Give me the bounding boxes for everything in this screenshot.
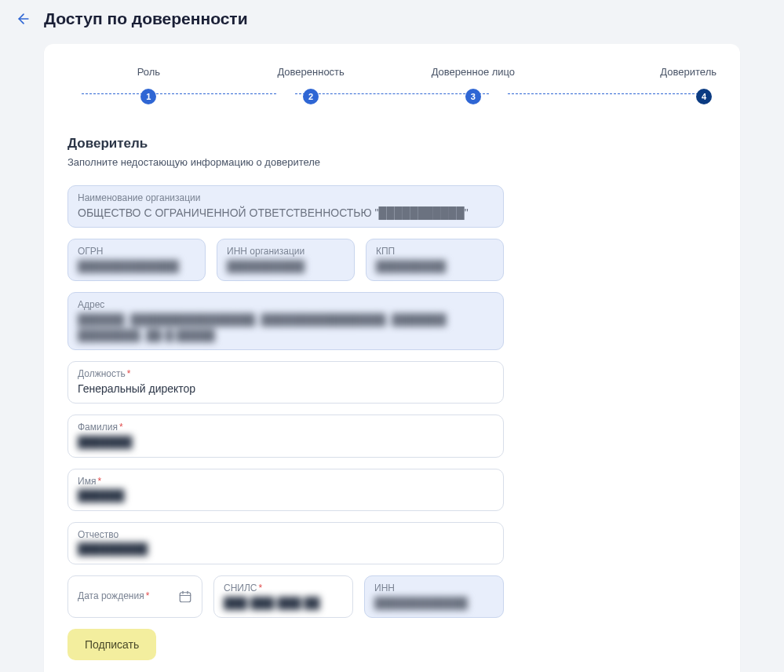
step-number-icon: 4 [696, 89, 712, 104]
dob-field[interactable]: Дата рождения* [67, 575, 202, 618]
required-mark: * [127, 368, 131, 379]
step-label: Доверенность [277, 66, 344, 78]
stepper: Роль 1 Доверенность 2 Доверенное лицо 3 … [67, 66, 717, 104]
svg-rect-1 [180, 593, 191, 602]
field-label: Должность* [78, 368, 494, 381]
kpp-field: КПП █████████ [366, 239, 504, 281]
field-value: ███████ [78, 435, 494, 451]
back-arrow-icon[interactable] [16, 11, 31, 27]
field-label: Имя* [78, 476, 494, 488]
section-subtitle: Заполните недостающую информацию о довер… [67, 156, 717, 168]
patronymic-field[interactable]: Отчество █████████ [67, 522, 504, 564]
field-label: Фамилия* [78, 422, 494, 434]
submit-button[interactable]: Подписать [67, 629, 156, 660]
field-value: ██████████ [227, 259, 345, 275]
inn-field: ИНН ████████████ [364, 575, 504, 618]
field-label: Дата рождения* [78, 590, 149, 603]
step-label: Доверенное лицо [432, 66, 515, 78]
field-value: ██████, ████████████████, ██████████████… [78, 312, 494, 343]
field-label: КПП [376, 246, 494, 258]
section-title: Доверитель [67, 136, 717, 152]
field-label: ОГРН [78, 246, 195, 258]
field-value: ██████ [78, 488, 494, 504]
field-label: Адрес [78, 299, 494, 312]
field-value: ОБЩЕСТВО С ОГРАНИЧЕННОЙ ОТВЕТСТВЕННОСТЬЮ… [78, 206, 494, 221]
step-role[interactable]: Роль 1 [67, 66, 230, 104]
field-value: █████████████ [78, 259, 195, 275]
field-label: ИНН [374, 583, 494, 595]
position-field[interactable]: Должность* Генеральный директор [67, 361, 504, 404]
step-number-icon: 2 [303, 89, 319, 104]
step-label: Доверитель [660, 66, 717, 78]
button-row: Подписать [67, 629, 504, 660]
snils-field[interactable]: СНИЛС* ███-███-███ ██ [213, 575, 353, 618]
step-power[interactable]: Доверенность 2 [230, 66, 392, 104]
field-value: ███-███-███ ██ [224, 596, 343, 612]
page-title: Доступ по доверенности [44, 9, 248, 28]
field-value: ████████████ [374, 596, 494, 612]
step-grantor[interactable]: Доверитель 4 [554, 66, 717, 104]
required-mark: * [259, 583, 263, 593]
lastname-field[interactable]: Фамилия* ███████ [67, 415, 504, 457]
step-trusted-person[interactable]: Доверенное лицо 3 [392, 66, 555, 104]
ogrn-field: ОГРН █████████████ [67, 239, 206, 281]
step-number-icon: 3 [465, 89, 481, 104]
field-label: СНИЛС* [224, 583, 343, 595]
field-value: Генеральный директор [78, 382, 494, 397]
field-value: █████████ [376, 259, 494, 275]
field-label: Отчество [78, 529, 494, 542]
field-label: Наименование организации [78, 192, 494, 205]
page-header: Доступ по доверенности [0, 0, 784, 36]
form-card: Роль 1 Доверенность 2 Доверенное лицо 3 … [44, 44, 740, 672]
inn-org-field: ИНН организации ██████████ [217, 239, 355, 281]
required-mark: * [146, 590, 150, 601]
org-name-field: Наименование организации ОБЩЕСТВО С ОГРА… [67, 185, 504, 228]
firstname-field[interactable]: Имя* ██████ [67, 469, 504, 511]
field-label: ИНН организации [227, 246, 345, 258]
step-number-icon: 1 [140, 89, 156, 104]
calendar-icon[interactable] [178, 590, 192, 604]
required-mark: * [97, 476, 101, 487]
address-field: Адрес ██████, ████████████████, ████████… [67, 292, 504, 350]
field-value: █████████ [78, 542, 494, 557]
form-column: Наименование организации ОБЩЕСТВО С ОГРА… [67, 185, 504, 660]
step-label: Роль [137, 66, 160, 78]
required-mark: * [119, 422, 123, 433]
